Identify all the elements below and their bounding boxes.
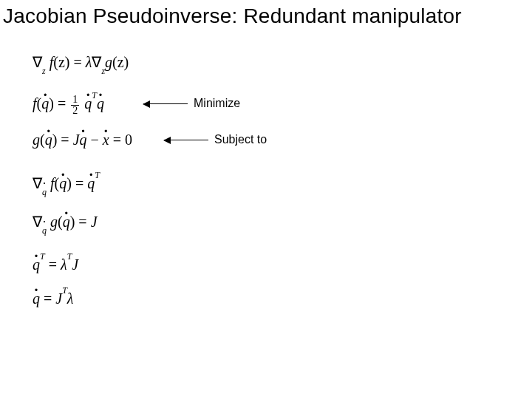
label-subject-to: Subject to [214,133,267,146]
slide-title: Jacobian Pseudoinverse: Redundant manipu… [3,4,462,28]
equation-constraint: g(q) = Jq − x = 0 [33,132,132,149]
nabla-symbol: ∇ [33,54,42,70]
equation-lagrange-condition: ∇z f(z) = λ∇zg(z) [33,53,129,74]
equation-qdot: q = JTλ [33,290,74,307]
equation-grad-f: ∇q f(q) = qT [33,174,100,195]
equation-qdot-transpose: qT = λTJ [33,256,78,273]
equation-objective: f(q) = 12 qTq [33,95,104,116]
arrow-minimize [143,103,188,104]
label-minimize: Minimize [194,97,240,110]
equation-grad-g: ∇q g(q) = J [33,213,98,233]
arrow-subject-to [164,140,208,140]
